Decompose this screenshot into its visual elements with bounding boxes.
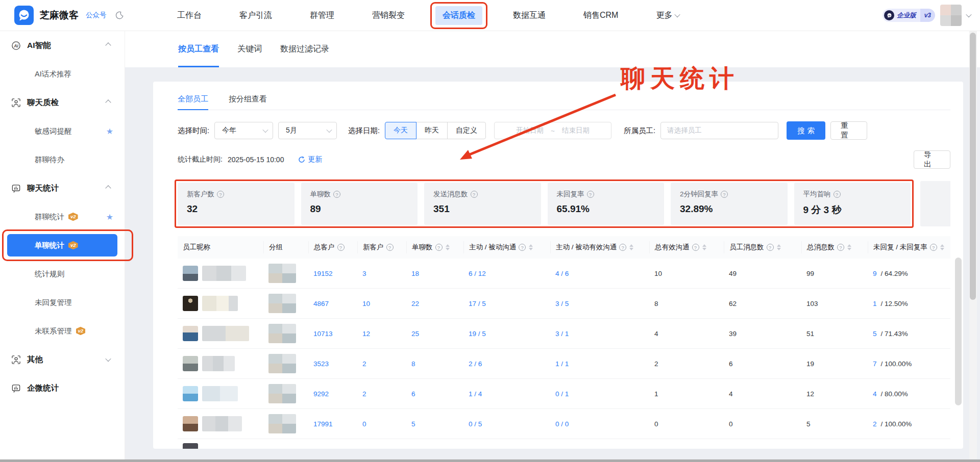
sort-control[interactable] xyxy=(777,244,781,250)
nav-item-5[interactable]: 会话质检 xyxy=(435,6,482,25)
cell-active_passive_effective[interactable]: 3 / 1 xyxy=(550,330,649,338)
cell-value[interactable]: 4 / 6 xyxy=(555,270,569,277)
cell-value[interactable]: 19 / 5 xyxy=(469,330,486,338)
date-button-3[interactable]: 自定义 xyxy=(447,122,486,139)
help-icon[interactable]: ? xyxy=(519,244,526,251)
help-icon[interactable]: ? xyxy=(834,191,841,198)
cell-value[interactable]: 0 / 1 xyxy=(555,390,569,398)
cell-value[interactable]: 4867 xyxy=(313,300,329,307)
nav-item-7[interactable]: 销售CRM xyxy=(576,6,625,25)
refresh-link[interactable]: 更新 xyxy=(298,155,322,164)
nav-item-3[interactable]: 群管理 xyxy=(303,6,341,25)
sort-control[interactable] xyxy=(529,244,533,250)
year-select[interactable]: 今年 xyxy=(214,122,273,139)
view-tab-2[interactable]: 按分组查看 xyxy=(229,89,267,110)
cell-value[interactable]: 2 xyxy=(362,390,366,398)
sort-control[interactable] xyxy=(702,244,706,250)
cell-value[interactable]: 0 / 0 xyxy=(555,420,569,428)
cell-active_passive_effective[interactable]: 4 / 6 xyxy=(550,270,649,277)
view-tab-1[interactable]: 全部员工 xyxy=(178,89,208,110)
cell-total_customers[interactable]: 9292 xyxy=(308,390,357,398)
vertical-scrollbar-thumb[interactable] xyxy=(970,33,976,300)
date-range-input[interactable]: 开始日期 ~ 结束日期 xyxy=(494,122,611,139)
help-icon[interactable]: ? xyxy=(386,244,394,251)
cell-value[interactable]: 0 xyxy=(362,420,366,428)
cell-value[interactable]: 10713 xyxy=(313,330,333,338)
sidebar-item[interactable]: 单聊统计v2 xyxy=(0,231,125,260)
cell-chat_count[interactable]: 22 xyxy=(406,300,463,307)
cell-new_customers[interactable]: 2 xyxy=(357,360,406,368)
cell-value[interactable]: 3 xyxy=(362,270,366,277)
cell-value[interactable]: 3523 xyxy=(313,360,329,368)
cell-total_customers[interactable]: 3523 xyxy=(308,360,357,368)
nav-item-2[interactable]: 客户引流 xyxy=(232,6,279,25)
sort-control[interactable] xyxy=(629,244,633,250)
cell-active_passive[interactable]: 19 / 5 xyxy=(463,330,550,338)
cell-active_passive[interactable]: 6 / 12 xyxy=(463,270,550,277)
cell-total_customers[interactable]: 4867 xyxy=(308,300,357,307)
help-icon[interactable]: ? xyxy=(692,244,699,251)
sidebar-group[interactable]: 其他 xyxy=(0,345,125,374)
cell-value[interactable]: 12 xyxy=(362,330,370,338)
table-scrollbar-thumb[interactable] xyxy=(955,258,962,405)
chevron-down-icon[interactable] xyxy=(966,12,971,17)
cell-new_customers[interactable]: 0 xyxy=(357,420,406,428)
cell-active_passive[interactable]: 17 / 5 xyxy=(463,300,550,307)
cell-value[interactable]: 2 / 6 xyxy=(469,360,482,368)
cell-chat_count[interactable]: 25 xyxy=(406,330,463,338)
cell-total_customers[interactable]: 17991 xyxy=(308,420,357,428)
cell-value[interactable]: 1 / 1 xyxy=(555,360,569,368)
month-select[interactable]: 5月 xyxy=(278,122,337,139)
cell-active_passive_effective[interactable]: 0 / 0 xyxy=(550,420,649,428)
sidebar-item[interactable]: 未回复管理 xyxy=(0,288,125,317)
moon-icon[interactable] xyxy=(115,11,124,20)
sort-control[interactable] xyxy=(446,244,450,250)
sidebar-item[interactable]: 敏感词提醒 xyxy=(0,117,125,145)
cell-active_passive_effective[interactable]: 3 / 5 xyxy=(550,300,649,307)
cell-active_passive_effective[interactable]: 1 / 1 xyxy=(550,360,649,368)
help-icon[interactable]: ? xyxy=(217,191,224,198)
unreplied-count[interactable]: 2 xyxy=(873,420,877,428)
nav-item-6[interactable]: 数据互通 xyxy=(506,6,553,25)
sidebar-item[interactable]: 群聊统计v2 xyxy=(0,202,125,231)
cell-chat_count[interactable]: 18 xyxy=(406,270,463,277)
page-tab-1[interactable]: 按员工查看 xyxy=(178,31,219,67)
cell-value[interactable]: 0 / 5 xyxy=(469,420,482,428)
cell-value[interactable]: 2 xyxy=(362,360,366,368)
cell-value[interactable]: 10 xyxy=(362,300,370,307)
unreplied-count[interactable]: 5 xyxy=(873,330,877,338)
date-button-2[interactable]: 昨天 xyxy=(416,122,448,139)
sort-control[interactable] xyxy=(847,244,851,250)
help-icon[interactable]: ? xyxy=(337,244,345,251)
cell-value[interactable]: 3 / 5 xyxy=(555,300,569,307)
sidebar-group[interactable]: 聊天质检 xyxy=(0,88,125,117)
sidebar-group[interactable]: AiAI智能 xyxy=(0,31,125,60)
employee-select-input[interactable]: 请选择员工 xyxy=(660,122,778,139)
cell-new_customers[interactable]: 2 xyxy=(357,390,406,398)
cell-value[interactable]: 18 xyxy=(411,270,419,277)
cell-new_customers[interactable]: 12 xyxy=(357,330,406,338)
export-button[interactable]: 导出 xyxy=(914,150,950,169)
reset-button[interactable]: 重置 xyxy=(830,121,867,140)
cell-chat_count[interactable]: 5 xyxy=(406,420,463,428)
sidebar-group[interactable]: 企微统计 xyxy=(0,374,125,402)
cell-value[interactable]: 9292 xyxy=(313,390,329,398)
search-button[interactable]: 搜索 xyxy=(787,121,825,140)
sort-control[interactable] xyxy=(940,244,944,250)
unreplied-count[interactable]: 9 xyxy=(873,270,877,277)
cell-value[interactable]: 17 / 5 xyxy=(469,300,486,307)
cell-value[interactable]: 19152 xyxy=(313,270,333,277)
nav-item-4[interactable]: 营销裂变 xyxy=(365,6,412,25)
horizontal-scrollbar[interactable] xyxy=(0,459,980,462)
official-account-link[interactable]: 公众号 xyxy=(86,11,107,20)
cell-value[interactable]: 17991 xyxy=(313,420,333,428)
nav-item-1[interactable]: 工作台 xyxy=(170,6,209,25)
cell-new_customers[interactable]: 10 xyxy=(357,300,406,307)
unreplied-count[interactable]: 1 xyxy=(873,300,877,307)
sidebar-group[interactable]: 聊天统计 xyxy=(0,174,125,202)
help-icon[interactable]: ? xyxy=(721,191,728,198)
nav-item-8[interactable]: 更多 xyxy=(649,6,687,25)
cell-value[interactable]: 6 / 12 xyxy=(469,270,486,277)
cell-active_passive[interactable]: 1 / 4 xyxy=(463,390,550,398)
cell-value[interactable]: 6 xyxy=(411,390,415,398)
